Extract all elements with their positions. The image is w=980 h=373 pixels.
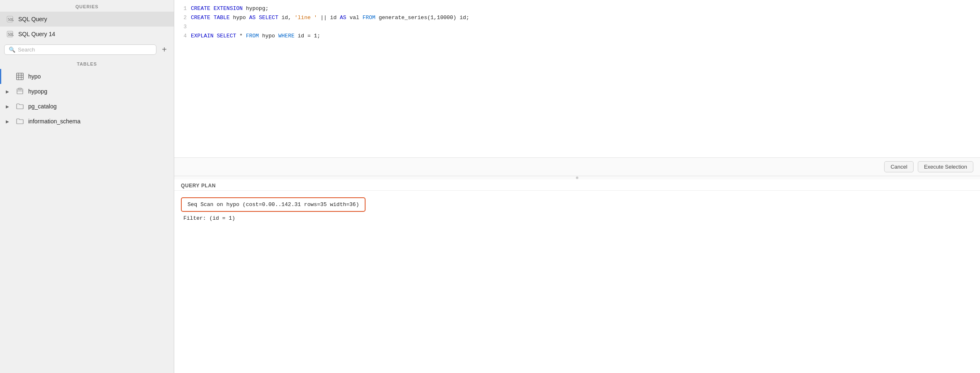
query-plan-normal-row-0: Filter: (id = 1) [181, 214, 973, 222]
table-item-pg-catalog[interactable]: ▶ pg_catalog [0, 99, 174, 114]
query-item-14-label: SQL Query 14 [18, 31, 55, 37]
expand-arrow-pg-catalog: ▶ [6, 104, 12, 109]
main-content: 1 2 3 4 CREATE EXTENSION hypopg; CREATE … [174, 0, 980, 373]
query-item-sql-query-14[interactable]: SQL SQL Query 14 [0, 27, 174, 42]
sidebar: QUERIES SQL SQL Query SQL SQL Query 14 [0, 0, 174, 373]
expand-arrow-information-schema: ▶ [6, 119, 12, 124]
folder-icon-pg-catalog [16, 102, 24, 110]
search-input[interactable] [18, 47, 152, 53]
editor-toolbar: Cancel Execute Selection [174, 158, 980, 176]
drag-dot [576, 177, 578, 179]
code-editor[interactable]: 1 2 3 4 CREATE EXTENSION hypopg; CREATE … [174, 0, 980, 158]
query-plan-area: QUERY PLAN Seq Scan on hypo (cost=0.00..… [174, 179, 980, 373]
cancel-button[interactable]: Cancel [884, 161, 913, 172]
sql-query-icon: SQL [6, 15, 14, 23]
sql-query-14-icon: SQL [6, 30, 14, 38]
svg-text:SQL: SQL [8, 18, 14, 22]
tables-section: hypo ▶ hypopg ▶ pg_catalog [0, 69, 174, 373]
table-item-hypopg[interactable]: ▶ hypopg [0, 84, 174, 99]
table-item-information-schema-label: information_schema [28, 118, 80, 125]
query-plan-highlighted-row: Seq Scan on hypo (cost=0.00..142.31 rows… [181, 197, 366, 212]
line-numbers: 1 2 3 4 [174, 4, 191, 153]
table-item-hypopg-label: hypopg [28, 88, 47, 95]
table-item-information-schema[interactable]: ▶ information_schema [0, 114, 174, 129]
drag-handle[interactable] [174, 176, 980, 179]
code-content[interactable]: CREATE EXTENSION hypopg; CREATE TABLE hy… [191, 4, 980, 153]
svg-text:SQL: SQL [8, 33, 14, 37]
query-item-sql-query[interactable]: SQL SQL Query [0, 12, 174, 27]
table-item-hypo[interactable]: hypo [0, 69, 174, 84]
search-row: 🔍 + [0, 42, 174, 57]
tables-section-header: TABLES [0, 57, 174, 69]
schema-icon [16, 87, 24, 96]
query-plan-content: Seq Scan on hypo (cost=0.00..142.31 rows… [174, 191, 980, 373]
table-item-pg-catalog-label: pg_catalog [28, 103, 57, 110]
folder-icon-information-schema [16, 117, 24, 125]
table-item-hypo-label: hypo [28, 73, 41, 80]
query-item-label: SQL Query [18, 16, 47, 22]
query-plan-header: QUERY PLAN [174, 179, 980, 191]
add-query-button[interactable]: + [159, 44, 170, 55]
queries-section-header: QUERIES [0, 0, 174, 12]
search-icon: 🔍 [9, 47, 15, 53]
svg-rect-4 [17, 73, 23, 80]
query-list: SQL SQL Query SQL SQL Query 14 [0, 12, 174, 42]
expand-arrow-hypopg: ▶ [6, 89, 12, 94]
table-grid-icon [16, 72, 24, 81]
search-input-wrap[interactable]: 🔍 [4, 44, 156, 55]
execute-selection-button[interactable]: Execute Selection [918, 161, 973, 172]
